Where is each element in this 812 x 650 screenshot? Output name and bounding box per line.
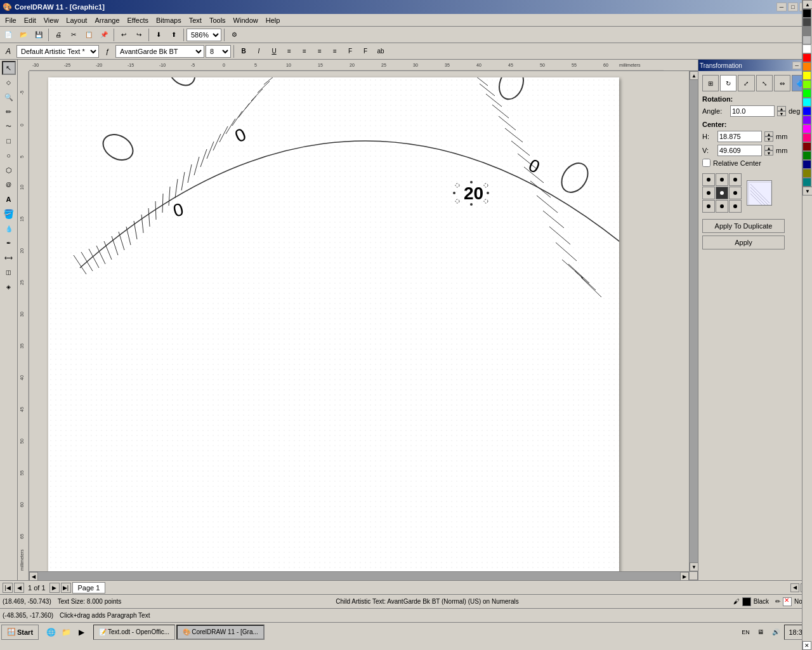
swatch-green[interactable] xyxy=(802,89,811,98)
export-button[interactable]: ⬆ xyxy=(167,28,181,42)
relative-center-checkbox[interactable] xyxy=(702,159,710,167)
import-button[interactable]: ⬇ xyxy=(152,28,166,42)
bold-button[interactable]: B xyxy=(237,44,251,58)
swatch-white[interactable] xyxy=(802,44,811,53)
swatch-red[interactable] xyxy=(802,53,811,62)
swatch-magenta[interactable] xyxy=(802,124,811,133)
v-up[interactable]: ▲ xyxy=(764,145,773,150)
swatch-none[interactable]: ✕ xyxy=(802,641,811,650)
font-name-select[interactable]: AvantGarde Bk BT xyxy=(115,45,204,58)
swatch-indigo[interactable] xyxy=(802,116,811,124)
menu-file[interactable]: File xyxy=(1,15,20,25)
scroll-down-button[interactable]: ▼ xyxy=(690,562,698,571)
font-size-select[interactable]: 8 xyxy=(206,45,231,58)
smart-draw-tool[interactable]: 〜 xyxy=(2,119,16,133)
menu-layout[interactable]: Layout xyxy=(62,15,91,25)
swatch-darkred[interactable] xyxy=(802,142,811,151)
text-style-select[interactable]: Default Artistic Text * xyxy=(16,45,99,58)
align-right-button[interactable]: ≡ xyxy=(313,44,327,58)
undo-button[interactable]: ↩ xyxy=(117,28,131,42)
quicklaunch-media[interactable]: ▶ xyxy=(74,625,88,639)
options-button[interactable]: ⚙ xyxy=(227,28,241,42)
h-up[interactable]: ▲ xyxy=(764,131,773,136)
transform-position-btn[interactable]: ⊞ xyxy=(702,75,719,91)
underline-button[interactable]: U xyxy=(267,44,281,58)
interactive-fill-tool[interactable]: ◈ xyxy=(2,280,16,294)
swatch-olive[interactable] xyxy=(802,169,811,178)
swatch-darkgray[interactable] xyxy=(802,18,811,27)
panel-minimize[interactable]: ─ xyxy=(792,62,801,69)
center-cell-br[interactable] xyxy=(729,200,742,213)
menu-view[interactable]: View xyxy=(40,15,63,25)
quicklaunch-ie[interactable]: 🌐 xyxy=(44,625,58,639)
page-first[interactable]: |◀ xyxy=(3,583,13,593)
center-cell-bl[interactable] xyxy=(702,200,715,213)
swatch-orange[interactable] xyxy=(802,62,811,71)
align-justify-button[interactable]: ≡ xyxy=(328,44,342,58)
zoom-tool[interactable]: 🔍 xyxy=(2,90,16,104)
swatch-pink[interactable] xyxy=(802,133,811,142)
swatch-lime[interactable] xyxy=(802,80,811,89)
fill-tool[interactable]: 🪣 xyxy=(2,207,16,221)
font-list-button[interactable]: F xyxy=(343,44,357,58)
swatch-blue[interactable] xyxy=(802,107,811,116)
page-last[interactable]: ▶| xyxy=(61,583,71,593)
shape-tool[interactable]: ◇ xyxy=(2,76,16,90)
center-cell-bc[interactable] xyxy=(716,200,728,213)
swatch-yellow[interactable] xyxy=(802,71,811,80)
open-button[interactable]: 📂 xyxy=(16,28,30,42)
taskbar-app1[interactable]: 📝 Text.odt - OpenOffic... xyxy=(93,625,175,640)
outline-color-box[interactable]: ✕ xyxy=(783,597,792,606)
menu-effects[interactable]: Effects xyxy=(124,15,152,25)
palette-scroll-down[interactable]: ▼ xyxy=(802,187,812,196)
text-wrap-button[interactable]: ab xyxy=(374,44,388,58)
blend-tool[interactable]: ⟷ xyxy=(2,251,16,265)
swatch-black[interactable] xyxy=(802,9,811,18)
center-cell-tc[interactable] xyxy=(716,173,728,186)
transform-mirror-btn[interactable]: ⇔ xyxy=(774,75,790,91)
tray-network[interactable]: 🖥 xyxy=(754,625,768,639)
menu-arrange[interactable]: Arrange xyxy=(91,15,123,25)
palette-scroll-up[interactable]: ▲ xyxy=(802,0,812,9)
apply-button[interactable]: Apply xyxy=(702,235,785,249)
center-v-input[interactable] xyxy=(717,145,762,156)
angle-down[interactable]: ▼ xyxy=(777,111,786,116)
eyedropper-tool[interactable]: 💧 xyxy=(2,222,16,235)
transform-skew-btn[interactable]: ⤡ xyxy=(756,75,773,91)
outline-tool[interactable]: ✒ xyxy=(2,236,16,250)
print-button[interactable]: 🖨 xyxy=(51,28,65,42)
italic-button[interactable]: I xyxy=(252,44,266,58)
quicklaunch-folder[interactable]: 📁 xyxy=(59,625,73,639)
align-left-button[interactable]: ≡ xyxy=(282,44,296,58)
freehand-tool[interactable]: ✏ xyxy=(2,105,16,119)
tray-lang[interactable]: EN xyxy=(738,625,752,639)
center-cell-tl[interactable] xyxy=(702,173,715,186)
angle-input[interactable] xyxy=(730,105,775,117)
swatch-lightgray[interactable] xyxy=(802,36,811,44)
center-cell-mr[interactable] xyxy=(729,187,742,199)
spiral-tool[interactable]: @ xyxy=(2,178,16,192)
center-cell-ml[interactable] xyxy=(702,187,715,199)
uppercase-button[interactable]: F xyxy=(358,44,372,58)
scroll-right-button[interactable]: ▶ xyxy=(680,572,689,580)
taskbar-app2[interactable]: 🎨 CorelDRAW 11 - [Gra... xyxy=(176,625,265,640)
page-tab-1[interactable]: Page 1 xyxy=(72,582,106,594)
center-h-input[interactable] xyxy=(717,131,762,142)
polygon-tool[interactable]: ⬡ xyxy=(2,163,16,177)
v-down[interactable]: ▼ xyxy=(764,150,773,156)
transform-scale-btn[interactable]: ⤢ xyxy=(738,75,754,91)
menu-tools[interactable]: Tools xyxy=(206,15,230,25)
menu-edit[interactable]: Edit xyxy=(20,15,40,25)
save-button[interactable]: 💾 xyxy=(32,28,46,42)
paste-button[interactable]: 📌 xyxy=(97,28,111,42)
vscroll-track[interactable] xyxy=(690,80,698,562)
new-button[interactable]: 📄 xyxy=(1,28,15,42)
swatch-teal[interactable] xyxy=(802,178,811,187)
text-icon[interactable]: A xyxy=(1,44,15,58)
select-tool[interactable]: ↖ xyxy=(2,61,16,75)
cut-button[interactable]: ✂ xyxy=(67,28,81,42)
tray-volume[interactable]: 🔊 xyxy=(769,625,783,639)
swatch-navy[interactable] xyxy=(802,160,811,169)
hscroll-track[interactable] xyxy=(38,572,680,580)
angle-up[interactable]: ▲ xyxy=(777,106,786,111)
